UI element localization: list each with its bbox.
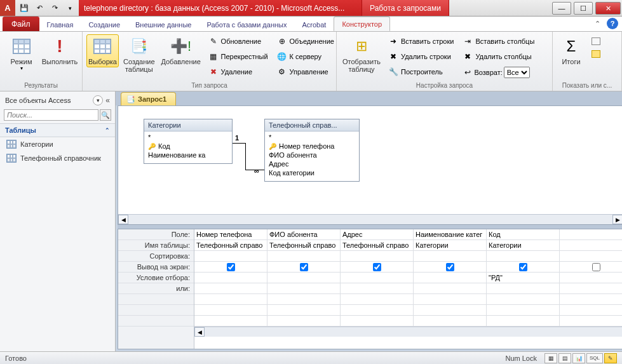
qbe-cell[interactable] <box>414 262 487 273</box>
field-item[interactable]: Адрес <box>267 159 356 168</box>
collapse-group-icon[interactable]: ⌃ <box>105 127 110 133</box>
qat-undo-icon[interactable]: ↶ <box>33 2 46 15</box>
table-box-phonebook[interactable]: Телефонный справ... * 🔑Номер телефона ФИ… <box>264 119 360 182</box>
maketable-button[interactable]: 📑 Создание таблицы <box>121 34 157 75</box>
show-checkbox[interactable] <box>446 263 454 271</box>
field-star[interactable]: * <box>267 133 356 142</box>
field-item[interactable]: Наименование ка <box>147 151 229 159</box>
tab-design[interactable]: Конструктор <box>334 17 390 31</box>
return-select[interactable]: Все <box>504 67 530 78</box>
minimize-ribbon-icon[interactable]: ⌃ <box>595 20 600 28</box>
field-key[interactable]: 🔑Номер телефона <box>267 142 356 151</box>
qbe-cell[interactable]: Телефонный справо <box>267 240 341 251</box>
qat-save-icon[interactable]: 💾 <box>18 2 30 15</box>
close-button[interactable]: ✕ <box>595 2 621 15</box>
field-item[interactable]: ФИО абонента <box>267 151 356 159</box>
qbe-cell[interactable] <box>487 294 560 305</box>
qbe-cell[interactable] <box>560 305 622 316</box>
qbe-cell[interactable] <box>267 316 341 327</box>
tab-dbtools[interactable]: Работа с базами данных <box>199 18 294 31</box>
navpane-search-input[interactable] <box>4 109 98 121</box>
qbe-cell[interactable] <box>414 283 487 294</box>
navpane-collapse-icon[interactable]: « <box>105 96 110 105</box>
tab-create[interactable]: Создание <box>81 18 128 31</box>
tab-acrobat[interactable]: Acrobat <box>294 18 334 31</box>
qbe-cell[interactable] <box>487 283 560 294</box>
qbe-cell[interactable] <box>414 316 487 327</box>
qbe-cell[interactable]: Адрес <box>341 229 414 240</box>
query-design-surface[interactable]: Категории * 🔑Код Наименование ка Телефон… <box>118 106 622 224</box>
qbe-cell[interactable] <box>194 251 267 262</box>
qbe-cell[interactable] <box>560 316 622 327</box>
minimize-button[interactable]: — <box>552 2 571 15</box>
qbe-cell[interactable] <box>267 251 341 262</box>
qbe-cell[interactable] <box>341 283 414 294</box>
search-icon[interactable]: 🔍 <box>100 109 111 121</box>
qbe-cell[interactable] <box>414 273 487 283</box>
propsheet-button[interactable] <box>588 48 604 60</box>
qbe-cell[interactable] <box>487 262 560 273</box>
passthrough-button[interactable]: 🌐К серверу <box>274 50 337 64</box>
scroll-left-icon[interactable]: ◀ <box>194 327 205 337</box>
qbe-cell[interactable] <box>194 262 267 273</box>
builder-button[interactable]: 🔧Построитель <box>385 65 457 79</box>
qbe-cell[interactable] <box>194 305 267 316</box>
qbe-grid[interactable]: Номер телефонаФИО абонентаАдресНаименова… <box>194 229 622 327</box>
qbe-cell[interactable]: Категории <box>414 240 487 251</box>
qat-customize-icon[interactable]: ▾ <box>64 2 76 15</box>
qbe-cell[interactable] <box>560 262 622 273</box>
table-box-categories[interactable]: Категории * 🔑Код Наименование ка <box>144 119 233 164</box>
qbe-cell[interactable] <box>414 251 487 262</box>
qbe-cell[interactable]: Наименование катег <box>414 229 487 240</box>
qbe-cell[interactable]: Категории <box>487 240 560 251</box>
qbe-cell[interactable] <box>341 305 414 316</box>
show-checkbox[interactable] <box>227 263 235 271</box>
qbe-cell[interactable] <box>194 283 267 294</box>
qbe-hscroll[interactable]: ◀ ▶ <box>194 327 622 337</box>
tab-home[interactable]: Главная <box>39 18 81 31</box>
scroll-right-icon[interactable]: ▶ <box>612 215 622 224</box>
nav-item-phonebook[interactable]: Телефонный справочник <box>0 151 115 165</box>
view-button[interactable]: Режим ▾ <box>4 34 39 73</box>
qbe-cell[interactable] <box>341 294 414 305</box>
qbe-cell[interactable]: ФИО абонента <box>267 229 341 240</box>
qbe-cell[interactable] <box>267 273 341 283</box>
field-star[interactable]: * <box>147 133 229 142</box>
maximize-button[interactable]: ☐ <box>574 2 593 15</box>
qbe-cell[interactable] <box>487 316 560 327</box>
qbe-cell[interactable] <box>560 273 622 283</box>
view-chart-icon[interactable]: 📊 <box>572 353 585 363</box>
qbe-cell[interactable]: Код <box>487 229 560 240</box>
qbe-cell[interactable] <box>487 305 560 316</box>
totals-button[interactable]: Σ Итоги <box>557 34 586 67</box>
insert-cols-button[interactable]: ⇥Вставить столбцы <box>459 34 537 48</box>
delete-rows-button[interactable]: ✖Удалить строки <box>385 50 457 64</box>
view-design-icon[interactable]: ✎ <box>604 353 617 363</box>
view-pivot-icon[interactable]: ▤ <box>558 353 571 363</box>
run-button[interactable]: ! Выполнить <box>41 34 78 67</box>
qbe-cell[interactable] <box>414 294 487 305</box>
scroll-left-icon[interactable]: ◀ <box>118 215 128 224</box>
show-checkbox[interactable] <box>373 263 381 271</box>
show-checkbox[interactable] <box>300 263 308 271</box>
qbe-cell[interactable] <box>560 240 622 251</box>
qbe-cell[interactable]: Телефонный справо <box>341 240 414 251</box>
qbe-cell[interactable] <box>267 283 341 294</box>
nav-group-tables[interactable]: Таблицы ⌃ <box>0 123 115 137</box>
qbe-cell[interactable] <box>267 305 341 316</box>
view-datasheet-icon[interactable]: ▦ <box>544 353 557 363</box>
qbe-cell[interactable] <box>414 305 487 316</box>
qbe-cell[interactable]: Номер телефона <box>194 229 267 240</box>
qbe-cell[interactable]: Телефонный справо <box>194 240 267 251</box>
qbe-cell[interactable] <box>560 283 622 294</box>
field-key[interactable]: 🔑Код <box>147 142 229 151</box>
qbe-cell[interactable] <box>560 229 622 240</box>
qbe-cell[interactable] <box>487 251 560 262</box>
qbe-cell[interactable] <box>560 294 622 305</box>
qbe-cell[interactable] <box>267 262 341 273</box>
nav-item-categories[interactable]: Категории <box>0 137 115 151</box>
qat-redo-icon[interactable]: ↷ <box>48 2 61 15</box>
insert-rows-button[interactable]: ➜Вставить строки <box>385 34 457 48</box>
navpane-filter-icon[interactable]: ▾ <box>93 95 103 105</box>
delete-button[interactable]: ✖Удаление <box>205 65 271 79</box>
